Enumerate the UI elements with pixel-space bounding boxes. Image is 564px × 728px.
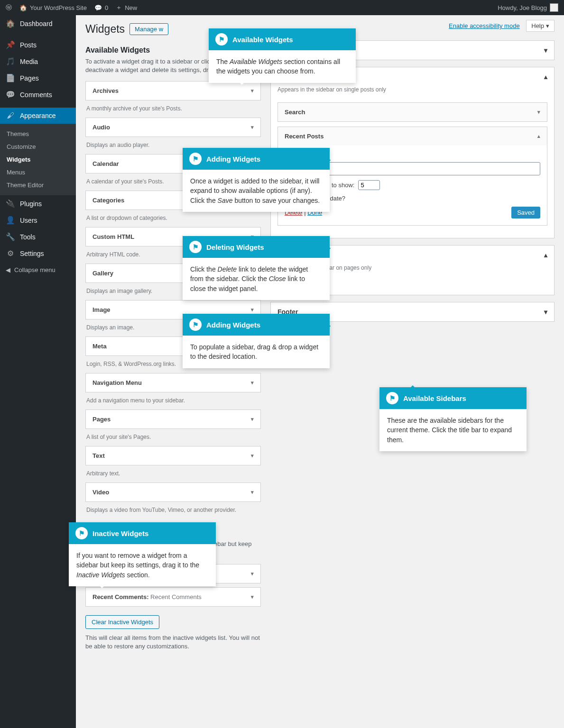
- menu-plugins[interactable]: 🔌Plugins: [0, 195, 76, 212]
- new-link[interactable]: ＋ New: [116, 3, 137, 12]
- widget-desc: A list of your site's Pages.: [85, 431, 261, 446]
- chevron-up-icon: ▴: [544, 73, 547, 81]
- widget-title: Custom HTML: [92, 233, 134, 240]
- clear-desc: This will clear all items from the inact…: [85, 634, 261, 651]
- sub-menus[interactable]: Menus: [0, 166, 76, 179]
- widget-item[interactable]: Text▾: [85, 446, 261, 465]
- widget-desc: A monthly archive of your site's Posts.: [85, 102, 261, 118]
- chevron-down-icon: ▾: [251, 380, 254, 386]
- media-icon: 🎵: [6, 57, 15, 66]
- comment-count: 0: [105, 4, 108, 11]
- widget-desc: Displays a video from YouTube, Vimeo, or…: [85, 504, 261, 519]
- inactive-widget[interactable]: Recent Comments: Recent Comments▾: [85, 587, 261, 607]
- menu-dashboard[interactable]: 🏠Dashboard: [0, 15, 76, 32]
- flag-icon: ⚑: [215, 33, 228, 46]
- widget-recent-head[interactable]: Recent Posts ▴: [278, 127, 547, 146]
- admin-sidebar: 🏠Dashboard 📌Posts 🎵Media 📄Pages 💬Comment…: [0, 15, 76, 728]
- callout-adding-widgets-2: ⚑Adding Widgets To populate a sidebar, d…: [183, 314, 330, 368]
- menu-comments[interactable]: 💬Comments: [0, 86, 76, 103]
- dashboard-icon: 🏠: [6, 19, 15, 28]
- chevron-up-icon: ▴: [544, 251, 547, 259]
- site-link[interactable]: 🏠 Your WordPress Site: [19, 4, 87, 11]
- widget-desc: Add a navigation menu to your sidebar.: [85, 394, 261, 410]
- widget-head[interactable]: Text▾: [86, 446, 260, 465]
- menu-settings[interactable]: ⚙Settings: [0, 245, 76, 262]
- sub-customize[interactable]: Customize: [0, 140, 76, 153]
- widget-desc: A list or dropdown of categories.: [85, 212, 261, 227]
- help-button[interactable]: Help ▾: [526, 20, 555, 32]
- clear-inactive-button[interactable]: Clear Inactive Widgets: [85, 615, 159, 629]
- widget-item[interactable]: Pages▾: [85, 410, 261, 429]
- top-right-links: Enable accessibility mode Help ▾: [449, 20, 555, 32]
- content-area: Enable accessibility mode Help ▾ Widgets…: [76, 15, 564, 728]
- menu-media[interactable]: 🎵Media: [0, 53, 76, 70]
- chevron-down-icon: ▾: [251, 416, 254, 422]
- comment-icon: 💬: [6, 90, 15, 99]
- pin-icon: 📌: [6, 40, 15, 49]
- brush-icon: 🖌: [6, 111, 15, 120]
- collapse-menu[interactable]: ◀Collapse menu: [0, 262, 76, 278]
- inactive-head[interactable]: Recent Comments: Recent Comments▾: [86, 588, 260, 606]
- chevron-down-icon: ▾: [251, 453, 254, 459]
- menu-pages[interactable]: 📄Pages: [0, 70, 76, 86]
- plug-icon: 🔌: [6, 199, 15, 208]
- flag-icon: ⚑: [189, 153, 202, 165]
- collapse-icon: ◀: [6, 266, 10, 273]
- wp-logo-icon[interactable]: ⓦ: [6, 3, 12, 12]
- numposts-input[interactable]: [358, 180, 380, 190]
- widget-title: Audio: [92, 124, 110, 131]
- user-greeting[interactable]: Howdy, Joe Blogg: [498, 3, 558, 12]
- comments-link[interactable]: 💬 0: [94, 4, 108, 11]
- flag-icon: ⚑: [189, 318, 202, 331]
- user-icon: 👤: [6, 216, 15, 225]
- widget-item[interactable]: Video▾: [85, 482, 261, 502]
- callout-inactive: ⚑Inactive Widgets If you want to remove …: [69, 522, 216, 586]
- page-icon: 📄: [6, 73, 15, 82]
- widget-title: Calendar: [92, 160, 119, 167]
- sub-widgets[interactable]: Widgets: [0, 153, 76, 166]
- flag-icon: ⚑: [386, 392, 398, 404]
- admin-bar: ⓦ 🏠 Your WordPress Site 💬 0 ＋ New Howdy,…: [0, 0, 564, 15]
- menu-posts[interactable]: 📌Posts: [0, 36, 76, 53]
- sidebar-desc-single: Appears in the sidebar on single posts o…: [271, 86, 554, 98]
- flag-icon: ⚑: [75, 527, 88, 539]
- manage-button[interactable]: Manage w: [129, 23, 168, 35]
- chevron-down-icon: ▾: [544, 46, 547, 54]
- widget-title: Video: [92, 489, 109, 496]
- inactive-label: Recent Comments:: [92, 593, 148, 601]
- inactive-sub: Recent Comments: [150, 593, 202, 601]
- callout-adding-widgets: ⚑Adding Widgets Once a widget is added t…: [183, 148, 330, 212]
- menu-appearance[interactable]: 🖌Appearance: [0, 108, 76, 124]
- chevron-down-icon: ▾: [251, 489, 254, 495]
- widget-search-head[interactable]: Search ▾: [278, 103, 547, 121]
- widget-title: Meta: [92, 343, 107, 350]
- accessibility-link[interactable]: Enable accessibility mode: [449, 22, 520, 29]
- widget-item[interactable]: Navigation Menu▾: [85, 373, 261, 392]
- sub-themes[interactable]: Themes: [0, 127, 76, 140]
- sub-theme-editor[interactable]: Theme Editor: [0, 179, 76, 191]
- chevron-down-icon: ▾: [251, 571, 254, 577]
- chevron-down-icon: ▾: [251, 307, 254, 313]
- callout-available-sidebars: ⚑Available Sidebars These are the availa…: [379, 387, 527, 451]
- widget-head[interactable]: Navigation Menu▾: [86, 373, 260, 392]
- chevron-down-icon: ▾: [251, 124, 254, 130]
- chevron-up-icon: ▴: [537, 133, 540, 139]
- saved-button[interactable]: Saved: [511, 207, 540, 218]
- chevron-down-icon: ▾: [251, 88, 254, 94]
- menu-users[interactable]: 👤Users: [0, 212, 76, 228]
- widget-head[interactable]: Archives▾: [86, 82, 260, 100]
- widget-head[interactable]: Video▾: [86, 483, 260, 501]
- widget-head[interactable]: Pages▾: [86, 410, 260, 428]
- widget-item[interactable]: Archives▾: [85, 81, 261, 100]
- new-label: New: [125, 4, 137, 11]
- widget-item[interactable]: Audio▾: [85, 118, 261, 137]
- page-title: Widgets: [85, 23, 125, 36]
- widget-search: Search ▾: [277, 102, 547, 122]
- widget-title: Text: [92, 452, 105, 459]
- callout-available-widgets: ⚑Available Widgets The Available Widgets…: [209, 28, 356, 83]
- chevron-down-icon: ▾: [544, 308, 547, 316]
- menu-tools[interactable]: 🔧Tools: [0, 228, 76, 245]
- callout-deleting-widgets: ⚑Deleting Widgets Click the Delete link …: [183, 236, 330, 300]
- widget-head[interactable]: Audio▾: [86, 118, 260, 136]
- widget-desc: Arbitrary text.: [85, 467, 261, 482]
